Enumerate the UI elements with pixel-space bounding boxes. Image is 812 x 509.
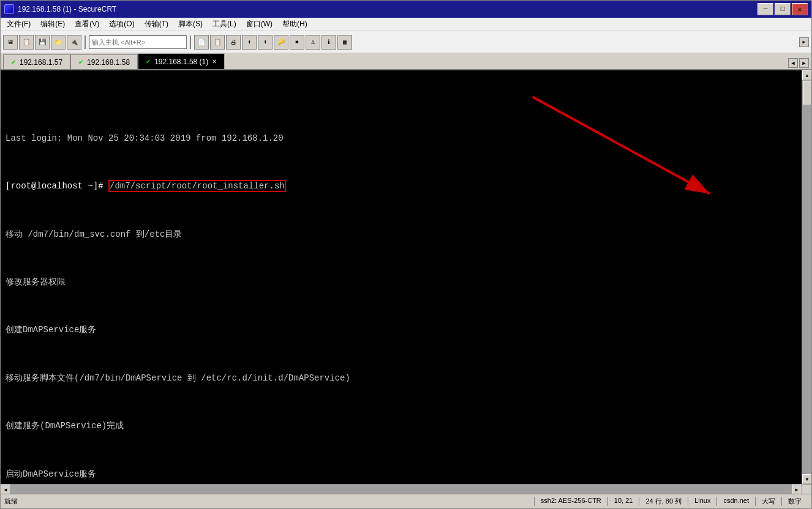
minimize-button[interactable]: ─ — [757, 3, 773, 15]
tab-next-button[interactable]: ▶ — [799, 58, 809, 68]
status-os: Linux — [688, 497, 716, 506]
close-button[interactable]: ✕ — [792, 3, 808, 15]
toolbar-sep-2 — [190, 35, 191, 49]
toolbar-btn-2[interactable]: 📋 — [19, 35, 34, 50]
title-bar-left: 192.168.1.58 (1) - SecureCRT — [4, 4, 116, 14]
terminal-line-5: 创建DmAPService服务 — [6, 324, 797, 336]
scroll-up-button[interactable]: ▲ — [802, 70, 811, 80]
menu-file[interactable]: 文件(F) — [2, 18, 36, 31]
toolbar-scroll-right[interactable]: ▶ — [799, 37, 809, 47]
bottom-scrollbar-area: ◀ ▶ — [1, 484, 811, 494]
terminal-line-3: 移动 /dm7/bin/dm_svc.conf 到/etc目录 — [6, 229, 797, 241]
toolbar-sep-1 — [85, 35, 86, 49]
toolbar-btn-5[interactable]: 🔌 — [67, 35, 81, 50]
tab-navigation: ◀ ▶ — [788, 58, 809, 68]
scroll-thumb[interactable] — [803, 81, 811, 105]
app-icon — [4, 4, 14, 14]
toolbar-btn-grid[interactable]: ▦ — [337, 35, 352, 50]
tab-3-check: ✔ — [146, 58, 151, 65]
toolbar-btn-key[interactable]: 🔑 — [274, 35, 288, 50]
menu-options[interactable]: 选项(O) — [104, 18, 139, 31]
tab-3-label: 192.168.1.58 (1) — [154, 58, 208, 66]
status-numlock: 数字 — [781, 497, 808, 506]
menu-bar: 文件(F) 编辑(E) 查看(V) 选项(O) 传输(T) 脚本(S) 工具(L… — [1, 18, 811, 31]
status-cipher: ssh2: AES-256-CTR — [534, 497, 607, 506]
menu-transfer[interactable]: 传输(T) — [140, 18, 173, 31]
tab-3[interactable]: ✔ 192.168.1.58 (1) ✕ — [138, 53, 225, 69]
toolbar-btn-info[interactable]: ℹ — [321, 35, 336, 50]
toolbar-btn-copy[interactable]: 📄 — [194, 35, 209, 50]
host-input[interactable] — [89, 35, 187, 49]
maximize-button[interactable]: □ — [775, 3, 791, 15]
scroll-track[interactable] — [802, 80, 811, 474]
tab-2[interactable]: ✔ 192.168.1.58 — [70, 54, 138, 69]
highlighted-command: /dm7/script/root/root_installer.sh — [108, 180, 286, 192]
title-bar: 192.168.1.58 (1) - SecureCRT ─ □ ✕ — [1, 1, 811, 18]
toolbar-btn-print[interactable]: 🖨 — [226, 35, 241, 50]
tab-2-label: 192.168.1.58 — [87, 58, 130, 67]
status-ready: 就绪 — [4, 497, 18, 506]
toolbar-btn-4[interactable]: 📁 — [51, 35, 66, 50]
window-controls: ─ □ ✕ — [757, 3, 808, 15]
terminal-line-2: [root@localhost ~]# /dm7/script/root/roo… — [6, 180, 797, 193]
menu-script[interactable]: 脚本(S) — [173, 18, 208, 31]
horizontal-scroll-track[interactable] — [10, 485, 792, 494]
toolbar-btn-1[interactable]: 🖥 — [3, 35, 18, 50]
menu-tools[interactable]: 工具(L) — [208, 18, 241, 31]
menu-view[interactable]: 查看(V) — [70, 18, 104, 31]
toolbar-btn-x[interactable]: ✖ — [290, 35, 304, 50]
status-bar: 就绪 ssh2: AES-256-CTR 10, 21 24 行, 80 列 L… — [1, 494, 811, 508]
terminal-line-7: 创建服务(DmAPService)完成 — [6, 420, 797, 433]
scroll-left-button[interactable]: ◀ — [1, 485, 10, 494]
status-caps: 大写 — [755, 497, 781, 506]
toolbar-btn-paste[interactable]: 📋 — [210, 35, 225, 50]
status-right: ssh2: AES-256-CTR 10, 21 24 行, 80 列 Linu… — [534, 497, 808, 506]
terminal-line-4: 修改服务器权限 — [6, 277, 797, 289]
menu-help[interactable]: 帮助(H) — [277, 18, 312, 31]
tab-2-check: ✔ — [78, 59, 83, 65]
tab-1[interactable]: ✔ 192.168.1.57 — [3, 54, 70, 69]
tab-bar: ✔ 192.168.1.57 ✔ 192.168.1.58 ✔ 192.168.… — [1, 53, 811, 70]
main-window: 192.168.1.58 (1) - SecureCRT ─ □ ✕ 文件(F)… — [0, 0, 812, 509]
terminal-line-6: 移动服务脚本文件(/dm7/bin/DmAPService 到 /etc/rc.… — [6, 373, 797, 385]
tab-1-label: 192.168.1.57 — [20, 58, 62, 67]
tab-prev-button[interactable]: ◀ — [788, 58, 798, 68]
status-cursor: 10, 21 — [607, 497, 639, 506]
status-lines: 24 行, 80 列 — [639, 497, 688, 506]
svg-line-1 — [533, 97, 710, 193]
toolbar: 🖥 📋 💾 📁 🔌 📄 📋 🖨 ⬆ ⬇ 🔑 ✖ ⚓ ℹ ▦ ▶ — [1, 31, 811, 53]
menu-window[interactable]: 窗口(W) — [241, 18, 277, 31]
scroll-corner — [802, 485, 811, 494]
content-area: Last login: Mon Nov 25 20:34:03 2019 fro… — [1, 70, 811, 484]
status-site: csdn.net — [716, 497, 755, 506]
menu-edit[interactable]: 编辑(E) — [36, 18, 70, 31]
window-title: 192.168.1.58 (1) - SecureCRT — [18, 5, 116, 13]
tab-1-check: ✔ — [11, 59, 16, 65]
toolbar-btn-download[interactable]: ⬇ — [258, 35, 273, 50]
toolbar-btn-3[interactable]: 💾 — [35, 35, 50, 50]
terminal-line-1: Last login: Mon Nov 25 20:34:03 2019 fro… — [6, 133, 797, 145]
terminal[interactable]: Last login: Mon Nov 25 20:34:03 2019 fro… — [1, 70, 802, 484]
toolbar-btn-upload[interactable]: ⬆ — [242, 35, 257, 50]
toolbar-btn-anchor[interactable]: ⚓ — [306, 35, 320, 50]
scroll-right-button[interactable]: ▶ — [792, 485, 802, 494]
terminal-line-8: 启动DmAPService服务 — [6, 469, 797, 481]
prompt-2: [root@localhost ~]# — [6, 181, 108, 191]
tab-3-close[interactable]: ✕ — [212, 58, 217, 65]
right-scrollbar: ▲ ▼ — [802, 70, 811, 484]
scroll-down-button[interactable]: ▼ — [802, 474, 811, 484]
